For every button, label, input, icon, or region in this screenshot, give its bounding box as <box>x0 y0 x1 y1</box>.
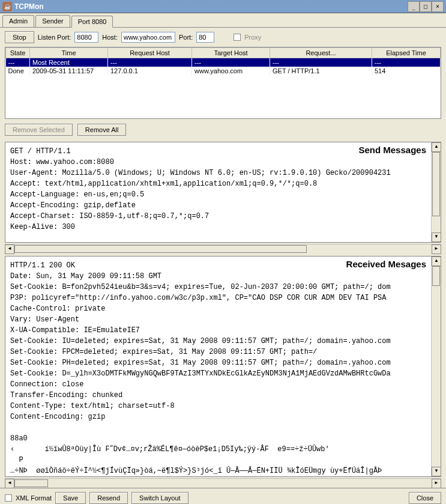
table-cell: 127.0.0.1 <box>108 67 192 75</box>
scroll-right-icon[interactable]: ► <box>432 244 441 254</box>
remove-selected-button[interactable]: Remove Selected <box>5 124 73 136</box>
table-cell: --- <box>192 58 270 67</box>
titlebar: ☕ TCPMon _ □ × <box>0 0 446 13</box>
close-window-button[interactable]: × <box>432 1 444 12</box>
mid-buttons: Remove Selected Remove All <box>0 119 446 141</box>
connections-table: State Time Request Host Target Host Requ… <box>5 47 441 119</box>
table-cell: --- <box>270 58 372 67</box>
col-time[interactable]: Time <box>30 48 108 58</box>
switch-layout-button[interactable]: Switch Layout <box>131 492 188 504</box>
xml-format-checkbox[interactable] <box>5 494 12 502</box>
bottom-bar: XML Format Save Resend Switch Layout Clo… <box>0 488 446 504</box>
table-cell: 2009-05-31 11:11:57 <box>30 67 108 75</box>
table-header-row: State Time Request Host Target Host Requ… <box>6 48 441 58</box>
remove-all-button[interactable]: Remove All <box>77 124 127 136</box>
table-cell: www.yahoo.com <box>192 67 270 75</box>
port-input[interactable] <box>196 32 214 43</box>
col-request[interactable]: Request... <box>270 48 372 58</box>
table-row[interactable]: Done2009-05-31 11:11:57127.0.0.1www.yaho… <box>6 67 441 75</box>
received-messages-title: Received Mesages <box>346 259 426 269</box>
send-scrollbar-v[interactable]: ▲ ▼ <box>431 142 441 242</box>
window-title: TCPMon <box>14 2 408 11</box>
listen-port-label: Listen Port: <box>38 34 71 41</box>
recv-scrollbar-h[interactable]: ◄ ► <box>5 478 441 488</box>
recv-scrollbar-v[interactable]: ▲ ▼ <box>431 257 441 476</box>
tab-bar: Admin Sender Port 8080 <box>0 13 446 28</box>
minimize-button[interactable]: _ <box>408 1 420 12</box>
col-request-host[interactable]: Request Host <box>108 48 192 58</box>
send-scrollbar-h[interactable]: ◄ ► <box>5 244 441 254</box>
scroll-right-icon[interactable]: ► <box>432 479 441 488</box>
scroll-left-icon[interactable]: ◄ <box>5 479 14 488</box>
send-messages-panel: Send Messages GET / HTTP/1.1 Host: www.y… <box>5 142 441 243</box>
close-button[interactable]: Close <box>409 492 441 504</box>
app-icon: ☕ <box>2 2 12 11</box>
received-messages-content[interactable]: HTTP/1.1 200 OK Date: Sun, 31 May 2009 0… <box>5 257 441 477</box>
table-cell: 514 <box>372 67 441 75</box>
scroll-down-icon[interactable]: ▼ <box>432 467 441 476</box>
scroll-left-icon[interactable]: ◄ <box>5 244 14 254</box>
table-cell: Done <box>6 67 30 75</box>
send-messages-title: Send Messages <box>358 145 426 155</box>
stop-button[interactable]: Stop <box>5 31 34 43</box>
listen-port-input[interactable] <box>74 32 98 43</box>
received-messages-panel: Received Mesages HTTP/1.1 200 OK Date: S… <box>5 256 441 477</box>
send-messages-content[interactable]: GET / HTTP/1.1 Host: www.yahoo.com:8080 … <box>5 142 441 236</box>
tab-admin[interactable]: Admin <box>2 15 34 27</box>
save-button[interactable]: Save <box>55 492 86 504</box>
col-state[interactable]: State <box>6 48 30 58</box>
host-input[interactable] <box>121 32 175 43</box>
port-label: Port: <box>179 34 193 41</box>
table-row[interactable]: ---Most Recent------------ <box>6 58 441 67</box>
toolbar: Stop Listen Port: Host: Port: Proxy <box>0 28 446 47</box>
host-label: Host: <box>102 34 118 41</box>
window-buttons: _ □ × <box>408 1 444 12</box>
proxy-label: Proxy <box>244 34 261 41</box>
scroll-up-icon[interactable]: ▲ <box>432 257 441 266</box>
table-cell: --- <box>6 58 30 67</box>
table-cell: GET / HTTP/1.1 <box>270 67 372 75</box>
resend-button[interactable]: Resend <box>89 492 128 504</box>
maximize-button[interactable]: □ <box>420 1 432 12</box>
proxy-checkbox[interactable] <box>234 34 241 41</box>
table-cell: Most Recent <box>30 58 108 67</box>
xml-format-label: XML Format <box>16 494 52 502</box>
table-cell: --- <box>372 58 441 67</box>
scroll-down-icon[interactable]: ▼ <box>432 232 441 242</box>
tab-sender[interactable]: Sender <box>35 15 70 27</box>
scroll-up-icon[interactable]: ▲ <box>432 142 441 152</box>
tab-port-8080[interactable]: Port 8080 <box>71 16 113 28</box>
col-elapsed[interactable]: Elapsed Time <box>372 48 441 58</box>
col-target-host[interactable]: Target Host <box>192 48 270 58</box>
table-cell: --- <box>108 58 192 67</box>
